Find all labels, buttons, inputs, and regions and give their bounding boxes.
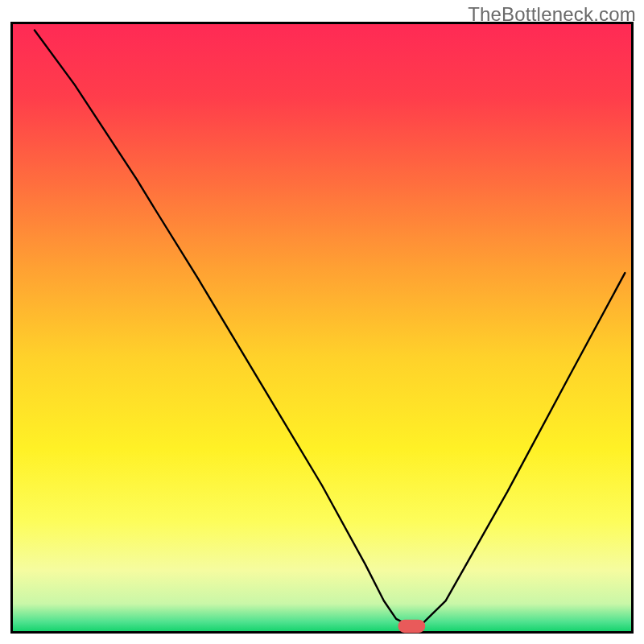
chart-container: TheBottleneck.com (0, 0, 644, 644)
bottleneck-chart (0, 0, 644, 644)
watermark-text: TheBottleneck.com (468, 3, 636, 26)
chart-background (13, 24, 631, 631)
optimal-marker (398, 620, 425, 634)
